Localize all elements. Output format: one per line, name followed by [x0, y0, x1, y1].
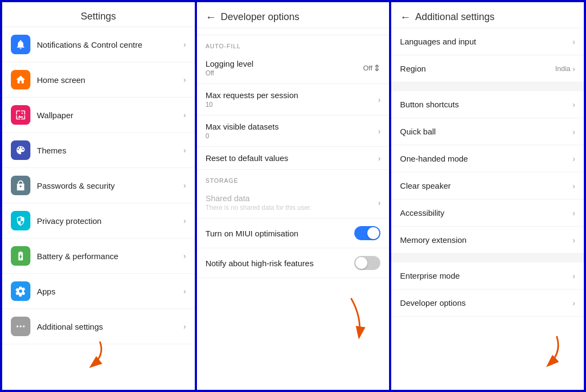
right-item-label-languages: Languages and input — [400, 37, 572, 46]
additional-icon — [11, 317, 30, 336]
settings-label-passwords: Passwords & security — [37, 181, 177, 190]
toggle-switch-miui_opt[interactable] — [354, 226, 380, 240]
dev-item-subtitle-shared_data: There is no shared data for this user. — [206, 204, 374, 211]
additional-settings-panel: ← Additional settings Languages and inpu… — [391, 2, 584, 390]
settings-item-privacy[interactable]: Privacy protection› — [2, 203, 195, 239]
settings-chevron-privacy: › — [183, 216, 186, 225]
right-chevron-button_shortcuts: › — [572, 100, 575, 109]
right-item-developer[interactable]: Developer options› — [391, 290, 584, 317]
dev-item-subtitle-max_requests: 10 — [206, 101, 374, 108]
right-item-label-developer: Developer options — [400, 298, 572, 307]
right-item-label-enterprise: Enterprise mode — [400, 271, 572, 280]
right-item-one_handed[interactable]: One-handed mode› — [391, 145, 584, 172]
dev-item-title-logging_level: Logging level — [206, 59, 359, 68]
settings-chevron-notifications: › — [183, 40, 186, 49]
dev-chevron-shared_data: › — [378, 198, 381, 207]
settings-chevron-apps: › — [183, 287, 186, 295]
dev-item-title-max_requests: Max requests per session — [206, 91, 374, 100]
settings-label-notifications: Notifications & Control centre — [37, 40, 177, 49]
toggle-thumb-miui_opt — [367, 227, 379, 239]
section-label-storage: STORAGE — [197, 170, 390, 187]
dev-chevron-reset_defaults: › — [378, 154, 381, 163]
right-item-label-accessibility: Accessibility — [400, 208, 572, 217]
dev-item-logging_level[interactable]: Logging levelOffOff ⇕ — [197, 53, 390, 84]
dev-item-text-shared_data: Shared dataThere is no shared data for t… — [206, 194, 374, 211]
back-button-dev[interactable]: ← — [206, 11, 216, 23]
settings-label-wallpaper: Wallpaper — [37, 111, 177, 120]
dev-item-text-max_requests: Max requests per session10 — [206, 91, 374, 108]
right-item-memory_ext[interactable]: Memory extension› — [391, 227, 584, 254]
dev-item-max_visible[interactable]: Max visible datasets0› — [197, 115, 390, 147]
right-chevron-developer: › — [572, 299, 575, 307]
settings-chevron-additional: › — [183, 322, 186, 331]
right-item-accessibility[interactable]: Accessibility› — [391, 200, 584, 227]
right-chevron-quick_ball: › — [572, 127, 575, 136]
developer-options-panel: ← Developer options AUTO-FILLLogging lev… — [197, 2, 390, 390]
additional-settings-title: Additional settings — [415, 11, 494, 23]
settings-item-home_screen[interactable]: Home screen› — [2, 62, 195, 98]
settings-label-battery: Battery & performance — [37, 252, 177, 261]
dev-item-max_requests[interactable]: Max requests per session10› — [197, 84, 390, 115]
right-item-quick_ball[interactable]: Quick ball› — [391, 118, 584, 145]
right-chevron-accessibility: › — [572, 209, 575, 217]
settings-item-battery[interactable]: Battery & performance› — [2, 239, 195, 274]
right-item-languages[interactable]: Languages and input› — [391, 28, 584, 55]
svg-point-2 — [23, 325, 24, 327]
right-item-label-button_shortcuts: Button shortcuts — [400, 100, 572, 109]
toggle-switch-high_risk[interactable] — [354, 256, 380, 270]
additional-settings-header: ← Additional settings — [391, 2, 584, 28]
dev-item-reset_defaults[interactable]: Reset to default values› — [197, 147, 390, 170]
dev-item-title-reset_defaults: Reset to default values — [206, 153, 374, 163]
svg-point-0 — [17, 325, 18, 327]
home_screen-icon — [11, 70, 30, 89]
toggle-container-miui_opt: Turn on MIUI optimisation — [197, 219, 390, 248]
wallpaper-icon — [11, 105, 30, 125]
right-item-label-one_handed: One-handed mode — [400, 154, 572, 163]
settings-item-notifications[interactable]: Notifications & Control centre› — [2, 27, 195, 62]
dev-chevron-max_visible: › — [378, 127, 381, 136]
settings-item-passwords[interactable]: Passwords & security› — [2, 168, 195, 203]
additional-settings-content: Languages and input›RegionIndia›Button s… — [391, 28, 584, 390]
themes-icon — [11, 140, 30, 160]
settings-item-additional[interactable]: Additional settings› — [2, 309, 195, 344]
apps-icon — [11, 281, 30, 301]
settings-label-home_screen: Home screen — [37, 75, 177, 85]
dev-item-value-logging_level: Off ⇕ — [363, 63, 380, 73]
scroll-indicator — [197, 28, 390, 35]
right-item-value-region: India — [555, 65, 570, 73]
dev-item-shared_data[interactable]: Shared dataThere is no shared data for t… — [197, 187, 390, 219]
privacy-icon — [11, 211, 30, 230]
dev-item-title-max_visible: Max visible datasets — [206, 122, 374, 131]
right-item-enterprise[interactable]: Enterprise mode› — [391, 262, 584, 290]
settings-list: Notifications & Control centre›Home scre… — [2, 27, 195, 390]
settings-label-additional: Additional settings — [37, 322, 177, 331]
toggle-label-miui_opt: Turn on MIUI optimisation — [206, 229, 351, 238]
svg-point-1 — [20, 325, 21, 327]
right-item-label-region: Region — [400, 64, 555, 73]
settings-label-themes: Themes — [37, 146, 177, 155]
dev-item-subtitle-logging_level: Off — [206, 69, 359, 77]
back-button-additional[interactable]: ← — [400, 11, 411, 23]
right-item-button_shortcuts[interactable]: Button shortcuts› — [391, 91, 584, 118]
settings-panel: Settings Notifications & Control centre›… — [2, 2, 195, 390]
right-divider-1 — [391, 82, 584, 91]
right-item-clear_speaker[interactable]: Clear speaker› — [391, 172, 584, 200]
settings-title: Settings — [2, 2, 195, 27]
right-chevron-languages: › — [572, 37, 575, 46]
right-chevron-enterprise: › — [572, 272, 575, 280]
settings-chevron-home_screen: › — [183, 75, 186, 84]
settings-chevron-wallpaper: › — [183, 111, 186, 119]
right-chevron-clear_speaker: › — [572, 182, 575, 190]
settings-item-themes[interactable]: Themes› — [2, 133, 195, 168]
right-item-label-quick_ball: Quick ball — [400, 127, 572, 136]
right-item-label-memory_ext: Memory extension — [400, 235, 572, 245]
right-chevron-one_handed: › — [572, 155, 575, 163]
right-chevron-memory_ext: › — [572, 236, 575, 245]
settings-item-apps[interactable]: Apps› — [2, 274, 195, 309]
settings-item-wallpaper[interactable]: Wallpaper› — [2, 98, 195, 133]
notifications-icon — [11, 35, 30, 54]
battery-icon — [11, 246, 30, 266]
dev-chevron-max_requests: › — [378, 95, 381, 104]
dev-item-text-logging_level: Logging levelOff — [206, 59, 359, 77]
right-item-region[interactable]: RegionIndia› — [391, 55, 584, 82]
